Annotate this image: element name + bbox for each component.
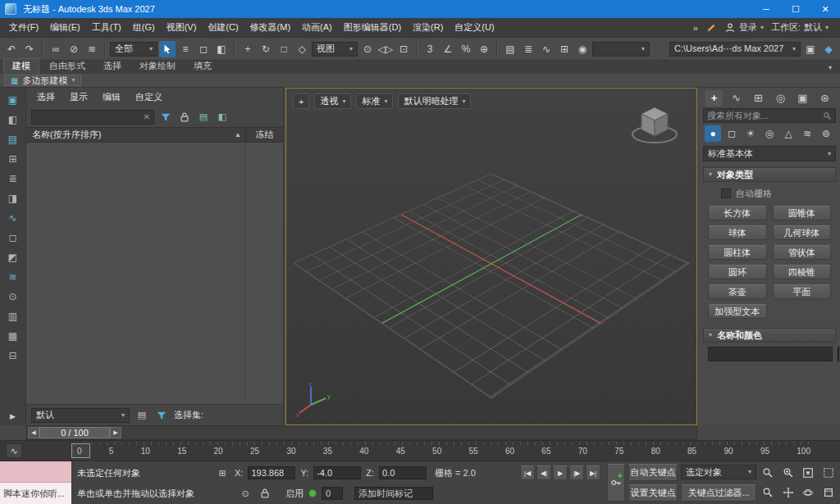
- scene-explorer-search-field[interactable]: ✕: [31, 110, 154, 125]
- pencil-icon[interactable]: [705, 22, 717, 34]
- undo-button[interactable]: ↶: [3, 41, 20, 57]
- material-editor-button[interactable]: ◉: [574, 41, 591, 57]
- left-toolbar-icon[interactable]: ∿: [6, 211, 21, 225]
- button-text-plus[interactable]: 加强型文本: [708, 304, 767, 319]
- orbit-icon[interactable]: [800, 484, 816, 501]
- window-crossing-toggle[interactable]: ◧: [213, 41, 230, 57]
- schematic-view-button[interactable]: ⊞: [556, 41, 573, 57]
- left-toolbar-icon[interactable]: ◩: [6, 251, 21, 264]
- helpers-category-icon[interactable]: △: [780, 125, 797, 142]
- menu-item-rendering[interactable]: 渲染(R): [407, 18, 449, 37]
- button-plane[interactable]: 平面: [773, 284, 832, 299]
- menu-item-file[interactable]: 文件(F): [3, 18, 44, 37]
- y-coordinate-field[interactable]: [313, 466, 361, 479]
- mirror-button[interactable]: ◁▷: [377, 41, 394, 57]
- time-slider-handle[interactable]: 0 / 100: [39, 427, 110, 438]
- search-all-objects-input[interactable]: [707, 111, 819, 120]
- menu-item-graph-editors[interactable]: 图形编辑器(D): [338, 18, 407, 37]
- lock-icon[interactable]: [177, 110, 192, 125]
- set-key-button[interactable]: 设置关键点: [628, 484, 678, 502]
- menu-overflow-chevron[interactable]: »: [693, 23, 698, 33]
- redo-button[interactable]: ↷: [21, 41, 38, 57]
- object-name-input[interactable]: [708, 347, 833, 361]
- sign-in-button[interactable]: 登录 ▾: [724, 21, 764, 34]
- systems-category-icon[interactable]: ⊚: [818, 125, 834, 142]
- toggle-scene-explorer-button[interactable]: ▤: [502, 41, 518, 57]
- object-color-swatch[interactable]: [838, 347, 839, 361]
- create-tab-icon[interactable]: +: [705, 90, 723, 107]
- explorer-menu-select[interactable]: 选择: [30, 89, 62, 106]
- render-setup-button[interactable]: ▣: [802, 41, 819, 57]
- workspace-selector[interactable]: 工作区: 默认 ▾: [771, 21, 829, 34]
- reference-coordinate-system-dropdown[interactable]: 视图 ▾: [312, 42, 358, 57]
- snap-toggle[interactable]: 3: [422, 41, 438, 57]
- explorer-menu-customize[interactable]: 自定义: [128, 89, 170, 106]
- button-teapot[interactable]: 茶壶: [708, 284, 767, 299]
- selected-objects-dropdown[interactable]: 选定对象 ▾: [681, 465, 756, 479]
- select-object-button[interactable]: [159, 41, 176, 57]
- perspective-viewport[interactable]: + 透视 ▾ 标准 ▾ 默认明暗处理 ▾: [285, 88, 697, 425]
- menu-item-animation[interactable]: 动画(A): [296, 18, 338, 37]
- left-toolbar-icon[interactable]: ≣: [6, 172, 21, 185]
- viewport-general-menu[interactable]: +: [293, 93, 309, 109]
- button-pyramid[interactable]: 四棱锥: [773, 265, 832, 279]
- auto-key-button[interactable]: 自动关键点: [628, 464, 678, 481]
- autogrid-checkbox[interactable]: [721, 188, 731, 198]
- time-slider[interactable]: ◀ 0 / 100 ▶: [26, 425, 697, 440]
- maxscript-mini-listener[interactable]: 脚本迷你侦听...: [0, 461, 72, 504]
- column-frozen-header[interactable]: 冻结: [245, 128, 283, 142]
- mini-curve-editor-button[interactable]: ∿: [6, 443, 22, 458]
- field-of-view-icon[interactable]: [760, 484, 776, 501]
- absolute-offset-toggle[interactable]: ⊞: [215, 465, 230, 480]
- set-keys-big-button[interactable]: +: [607, 464, 625, 502]
- select-and-rotate-button[interactable]: ↻: [258, 41, 274, 57]
- viewport-render-preset-menu[interactable]: 标准 ▾: [356, 93, 393, 109]
- maximize-viewport-toggle-icon[interactable]: [820, 484, 837, 501]
- left-toolbar-icon[interactable]: ◨: [6, 192, 21, 205]
- unlink-selection-icon[interactable]: ⊘: [66, 41, 82, 57]
- zoom-icon[interactable]: [760, 465, 776, 481]
- search-all-objects-field[interactable]: [703, 108, 836, 123]
- menu-item-edit[interactable]: 编辑(E): [44, 18, 86, 37]
- button-sphere[interactable]: 球体: [708, 225, 767, 240]
- explorer-preset-dropdown[interactable]: 默认 ▾: [31, 408, 130, 423]
- left-toolbar-icon[interactable]: ⊞: [6, 152, 21, 166]
- left-toolbar-icon[interactable]: ▤: [6, 133, 21, 146]
- use-center-button[interactable]: ⊙: [359, 41, 376, 57]
- filter-funnel-icon[interactable]: [158, 110, 173, 125]
- strip-expand-arrow[interactable]: ▶: [10, 412, 16, 420]
- cameras-category-icon[interactable]: ◎: [761, 125, 778, 142]
- button-box[interactable]: 长方体: [708, 206, 767, 220]
- scene-explorer-search-input[interactable]: [35, 112, 144, 122]
- button-cylinder[interactable]: 圆柱体: [708, 245, 767, 260]
- next-frame-arrow[interactable]: ▶: [110, 427, 121, 438]
- menu-item-create[interactable]: 创建(C): [202, 18, 244, 37]
- select-and-scale-button[interactable]: □: [276, 41, 292, 57]
- enable-value-field[interactable]: 0: [322, 487, 343, 500]
- viewport-shading-menu[interactable]: 默认明暗处理 ▾: [398, 93, 471, 109]
- curve-editor-button[interactable]: ∿: [538, 41, 555, 57]
- next-frame-button[interactable]: |▶: [569, 465, 584, 480]
- ribbon-tab-selection[interactable]: 选择: [95, 59, 130, 74]
- motion-tab-icon[interactable]: ◎: [772, 90, 789, 107]
- select-and-place-button[interactable]: ◇: [294, 41, 310, 57]
- name-and-color-rollout[interactable]: ▾ 名称和颜色: [703, 328, 836, 343]
- left-toolbar-icon[interactable]: ▦: [6, 329, 21, 343]
- close-button[interactable]: ✕: [810, 0, 840, 18]
- bind-to-space-warp-icon[interactable]: ≋: [84, 41, 100, 57]
- percent-snap-toggle[interactable]: %: [458, 41, 474, 57]
- shapes-category-icon[interactable]: ◻: [724, 125, 740, 142]
- left-toolbar-icon[interactable]: ▣: [6, 93, 21, 107]
- geometry-category-icon[interactable]: ●: [705, 125, 721, 142]
- render-production-button[interactable]: ◆: [820, 41, 837, 57]
- track-bar[interactable]: ∿ 0 5 10 15 20 25 30 35 40 45 50 55 60 6…: [0, 440, 840, 461]
- spinner-snap-toggle[interactable]: ⊕: [476, 41, 492, 57]
- zoom-all-icon[interactable]: [780, 465, 797, 481]
- angle-snap-toggle[interactable]: ∠: [440, 41, 456, 57]
- sort-ascending-icon[interactable]: ▲: [235, 131, 245, 138]
- object-type-rollout[interactable]: ▾ 对象类型: [703, 167, 836, 182]
- ribbon-tab-freeform[interactable]: 自由形式: [41, 59, 94, 74]
- isolate-selection-icon[interactable]: ⊙: [238, 486, 253, 501]
- z-coordinate-field[interactable]: [379, 466, 427, 479]
- named-selection-sets-dropdown[interactable]: ▾: [592, 42, 650, 57]
